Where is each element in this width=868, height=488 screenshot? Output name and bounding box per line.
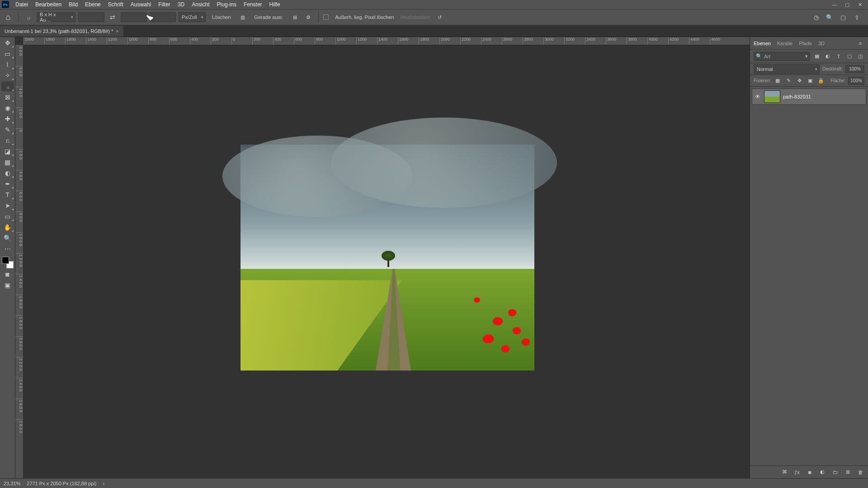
options-bar: ⟓ B x H x Au… ⇄ Px/Zoll Löschen ▥ Gerade… — [0, 9, 868, 25]
document-info-label[interactable]: 2771 Px x 2050 Px (182,88 ppi) — [27, 481, 96, 486]
frame-tool[interactable]: ⊠ — [1, 92, 14, 102]
eraser-tool[interactable]: ◪ — [1, 146, 14, 156]
tab-kanaele[interactable]: Kanäle — [777, 41, 793, 46]
adjustment-layer-icon[interactable]: ◐ — [818, 468, 826, 476]
layer-style-icon[interactable]: ƒx — [793, 468, 801, 476]
lock-transparency-icon[interactable]: ▩ — [774, 77, 782, 85]
canvas-stage[interactable] — [24, 45, 750, 478]
chevron-down-icon: ▾ — [805, 53, 808, 59]
filter-smart-icon[interactable]: ◫ — [856, 52, 864, 61]
search-icon[interactable]: 🔍 — [825, 12, 835, 22]
share-icon[interactable]: ⇪ — [852, 12, 862, 22]
menu-ebene[interactable]: Ebene — [81, 0, 104, 9]
tab-pfade[interactable]: Pfade — [799, 41, 812, 46]
layer-visibility-toggle[interactable]: 👁 — [754, 94, 761, 100]
menu-bild[interactable]: Bild — [65, 0, 81, 9]
lock-all-icon[interactable]: 🔒 — [817, 77, 825, 85]
status-bar: 23,31% 2771 Px x 2050 Px (182,88 ppi) › — [0, 478, 868, 488]
crop-options-gear-icon[interactable]: ⚙ — [303, 12, 314, 23]
type-tool[interactable]: T — [1, 190, 14, 200]
eyedropper-tool[interactable]: ◉ — [1, 103, 14, 113]
menu-datei[interactable]: Datei — [12, 0, 32, 9]
marquee-tool[interactable]: ▭ — [1, 49, 14, 59]
menu-hilfe[interactable]: Hilfe — [266, 0, 284, 9]
crop-width-input[interactable] — [78, 12, 104, 22]
crop-tool[interactable]: ⟓ — [1, 81, 14, 91]
panel-menu-icon[interactable]: ≡ — [856, 39, 864, 47]
menu-schrift[interactable]: Schrift — [104, 0, 127, 9]
menu-bearbeiten[interactable]: Bearbeiten — [32, 0, 65, 9]
delete-layer-icon[interactable]: 🗑 — [856, 468, 864, 476]
layer-filter-label: Art — [764, 54, 770, 59]
quick-mask-button[interactable]: ◙ — [1, 269, 14, 279]
healing-brush-tool[interactable]: ✚ — [1, 114, 14, 124]
fill-value-input[interactable]: 100% — [848, 77, 864, 85]
screen-mode-button[interactable]: ▣ — [1, 280, 14, 290]
hand-tool[interactable]: ✋ — [1, 222, 14, 232]
lock-pixels-icon[interactable]: ✎ — [784, 77, 793, 85]
layer-filter-dropdown[interactable]: 🔍 Art ▾ — [754, 52, 810, 61]
dodge-tool[interactable]: ◐ — [1, 168, 14, 178]
crop-resolution-input[interactable] — [150, 12, 176, 22]
canvas-image[interactable] — [241, 145, 534, 371]
menu-auswahl[interactable]: Auswahl — [127, 0, 155, 9]
menu-filter[interactable]: Filter — [155, 0, 174, 9]
layer-mask-icon[interactable]: ◙ — [806, 468, 814, 476]
lock-artboard-icon[interactable]: ▣ — [806, 77, 814, 85]
brush-tool[interactable]: ✎ — [1, 125, 14, 135]
opacity-value-input[interactable]: 100% — [845, 65, 864, 73]
gradient-tool[interactable]: ▦ — [1, 157, 14, 167]
menu-fenster[interactable]: Fenster — [240, 0, 266, 9]
document-tab-close-icon[interactable]: × — [116, 28, 118, 34]
workspace-icon[interactable]: ▢ — [838, 12, 848, 22]
filter-shape-icon[interactable]: ▢ — [845, 52, 854, 61]
overlay-grid-button[interactable]: ⊞ — [289, 12, 300, 23]
menu-3d[interactable]: 3D — [174, 0, 188, 9]
new-layer-icon[interactable]: ⊞ — [844, 468, 852, 476]
active-tool-icon[interactable]: ⟓ — [23, 12, 34, 23]
filter-type-icon[interactable]: T — [835, 52, 843, 61]
zoom-tool[interactable]: 🔍 — [1, 233, 14, 243]
zoom-level-field[interactable]: 23,31% — [4, 481, 20, 486]
layer-row[interactable]: 👁 path-832031 — [752, 89, 866, 105]
clear-button[interactable]: Löschen — [208, 12, 235, 23]
filter-adjust-icon[interactable]: ◐ — [824, 52, 832, 61]
tab-3d[interactable]: 3D — [818, 41, 825, 46]
move-tool[interactable]: ✥ — [1, 38, 14, 48]
straighten-icon[interactable]: ▥ — [237, 12, 248, 23]
foreground-color-swatch[interactable] — [2, 257, 9, 264]
edit-toolbar-button[interactable]: ⋯ — [1, 244, 14, 254]
content-aware-label: Inhaltsbasiert — [398, 12, 431, 23]
path-selection-tool[interactable]: ➤ — [1, 201, 14, 211]
menu-plugins[interactable]: Plug-ins — [213, 0, 240, 9]
reset-crop-button[interactable]: ↺ — [434, 12, 445, 23]
window-close-button[interactable]: ✕ — [854, 0, 866, 9]
crop-preset-dropdown[interactable]: B x H x Au… — [37, 12, 75, 22]
crop-height-input[interactable] — [121, 12, 147, 22]
resolution-unit-dropdown[interactable]: Px/Zoll — [179, 12, 206, 22]
home-button[interactable] — [3, 12, 14, 23]
tab-ebenen[interactable]: Ebenen — [754, 41, 771, 46]
layer-name-label[interactable]: path-832031 — [783, 94, 811, 99]
shape-tool[interactable]: ▭ — [1, 211, 14, 221]
delete-cropped-checkbox[interactable] — [323, 14, 329, 20]
layer-thumbnail[interactable] — [764, 90, 780, 103]
color-swatches[interactable] — [2, 257, 14, 268]
swap-dimensions-button[interactable]: ⇄ — [107, 12, 118, 23]
clone-stamp-tool[interactable]: ⎌ — [1, 136, 14, 145]
magic-wand-tool[interactable]: ✧ — [1, 70, 14, 80]
menu-ansicht[interactable]: Ansicht — [188, 0, 213, 9]
filter-pixel-icon[interactable]: ▦ — [813, 52, 821, 61]
cloud-docs-icon[interactable]: ◷ — [811, 12, 821, 22]
blend-mode-dropdown[interactable]: Normal — [754, 64, 820, 74]
document-tab[interactable]: Unbenannt-1 bei 23,3% (path-832031, RGB/… — [0, 26, 123, 37]
document-info-chevron-icon[interactable]: › — [103, 481, 104, 486]
group-icon[interactable]: 🗀 — [831, 468, 839, 476]
pen-tool[interactable]: ✒ — [1, 179, 14, 189]
link-layers-icon[interactable]: ⌘ — [780, 468, 788, 476]
straighten-button[interactable]: Gerade ausr. — [251, 12, 287, 23]
window-maximize-button[interactable]: ▢ — [841, 0, 854, 9]
lock-position-icon[interactable]: ✥ — [795, 77, 803, 85]
window-minimize-button[interactable]: — — [828, 0, 841, 9]
lasso-tool[interactable]: ⌇ — [1, 60, 14, 70]
